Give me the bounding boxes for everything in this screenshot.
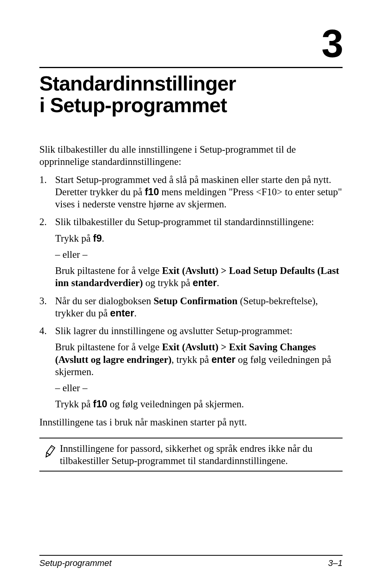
key-enter-3: enter [211,354,235,365]
step-2-b-text-a: Bruk piltastene for å velge [55,265,162,276]
chapter-title-line2: i Setup-programmet [39,94,227,116]
step-4-option-b: Trykk på f10 og følg veiledningen på skj… [55,398,343,410]
step-3-bold: Setup Confirmation [154,296,237,306]
footer-row: Setup-programmet 3–1 [39,558,343,568]
key-enter-2: enter [110,307,134,318]
step-2-or: – eller – [55,248,343,261]
note-rule-bottom [39,471,343,472]
chapter-title-line1: Standardinnstillinger [39,72,236,95]
step-3: Når du ser dialogboksen Setup Confirmati… [39,295,343,320]
step-2-a-text-b: . [102,233,104,244]
key-f10: f10 [145,186,159,197]
svg-marker-1 [44,453,50,458]
step-2: Slik tilbakestiller du Setup-programmet … [39,216,343,289]
step-4-b-text-b: og følg veiledningen på skjermen. [107,399,244,409]
chapter-number: 3 [39,24,343,63]
pencil-icon [42,444,57,460]
step-2-option-a: Trykk på f9. [55,232,343,244]
step-1: Start Setup-programmet ved å slå på mask… [39,174,343,211]
step-4-a-text-a: Bruk piltastene for å velge [55,342,162,352]
key-f10-2: f10 [93,398,107,409]
key-enter-1: enter [193,277,217,288]
footer-left: Setup-programmet [39,558,111,568]
step-4: Slik lagrer du innstillingene og avslutt… [39,325,343,410]
footer-rule [39,555,343,556]
step-4-intro: Slik lagrer du innstillingene og avslutt… [55,325,293,336]
step-4-or: – eller – [55,382,343,394]
page: 3 Standardinnstillinger i Setup-programm… [0,0,378,588]
note-row: Innstillingene for passord, sikkerhet og… [39,438,343,471]
step-2-a-text: Trykk på [55,233,93,244]
step-2-option-b: Bruk piltastene for å velge Exit (Avslut… [55,264,343,289]
step-4-a-text-b: , trykk på [172,354,211,365]
closing-paragraph: Innstillingene tas i bruk når maskinen s… [39,416,343,428]
steps-list: Start Setup-programmet ved å slå på mask… [39,174,343,410]
footer-right: 3–1 [328,558,343,568]
note-icon [39,442,60,460]
step-2-b-text-b: og trykk på [143,277,193,288]
page-footer: Setup-programmet 3–1 [39,555,343,568]
note-block: Innstillingene for passord, sikkerhet og… [39,438,343,472]
step-4-option-a: Bruk piltastene for å velge Exit (Avslut… [55,341,343,378]
step-2-b-text-c: . [217,277,219,288]
chapter-title: Standardinnstillinger i Setup-programmet [39,73,343,116]
step-3-text-c: . [134,308,137,318]
intro-paragraph: Slik tilbakestiller du alle innstillinge… [39,143,343,168]
step-3-text-a: Når du ser dialogboksen [55,296,154,306]
step-4-b-text-a: Trykk på [55,399,93,409]
chapter-rule [39,67,343,68]
note-text: Innstillingene for passord, sikkerhet og… [60,442,343,467]
step-2-intro: Slik tilbakestiller du Setup-programmet … [55,216,314,227]
key-f9: f9 [93,233,102,244]
